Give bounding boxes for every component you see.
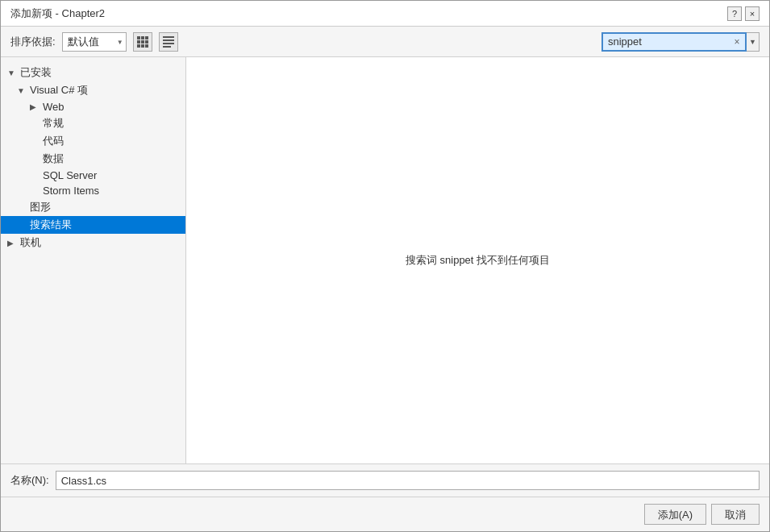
tree-item-installed[interactable]: ▼ 已安装 bbox=[1, 64, 185, 81]
web-label: Web bbox=[43, 101, 65, 113]
expand-code-icon bbox=[30, 137, 40, 146]
toolbar: 排序依据: 默认值 名称 类型 × bbox=[1, 27, 769, 57]
expand-graphics-icon bbox=[17, 203, 27, 212]
action-buttons-bar: 添加(A) 取消 bbox=[1, 497, 769, 531]
tree-item-online[interactable]: ▶ 联机 bbox=[1, 234, 185, 251]
tree-item-graphics[interactable]: 图形 bbox=[1, 198, 185, 216]
data-label: 数据 bbox=[43, 152, 64, 166]
bottom-name-bar: 名称(N): bbox=[1, 463, 769, 497]
tree-item-search-results[interactable]: 搜索结果 bbox=[1, 216, 185, 234]
title-bar-buttons: ? × bbox=[727, 6, 760, 21]
help-button[interactable]: ? bbox=[727, 6, 742, 21]
expand-web-icon: ▶ bbox=[30, 102, 40, 111]
tree-item-web[interactable]: ▶ Web bbox=[1, 99, 185, 114]
code-label: 代码 bbox=[43, 134, 64, 148]
search-clear-button[interactable]: × bbox=[730, 35, 743, 48]
right-panel: 搜索词 snippet 找不到任何项目 bbox=[186, 57, 769, 463]
sql-server-label: SQL Server bbox=[43, 169, 97, 181]
expand-storm-icon bbox=[30, 186, 40, 195]
name-input[interactable] bbox=[56, 471, 760, 490]
list-icon bbox=[163, 36, 174, 48]
expand-installed-icon: ▼ bbox=[7, 69, 17, 77]
tree-item-code[interactable]: 代码 bbox=[1, 132, 185, 150]
search-dropdown-button[interactable]: ▼ bbox=[747, 32, 760, 52]
grid-icon bbox=[137, 36, 148, 48]
tree-item-visual-csharp[interactable]: ▼ Visual C# 项 bbox=[1, 81, 185, 99]
expand-visual-csharp-icon: ▼ bbox=[17, 86, 27, 95]
tree-item-regular[interactable]: 常规 bbox=[1, 114, 185, 132]
expand-sql-icon bbox=[30, 171, 40, 180]
left-panel: ▼ 已安装 ▼ Visual C# 项 ▶ Web 常规 代码 bbox=[1, 57, 186, 463]
expand-regular-icon bbox=[30, 119, 40, 128]
regular-label: 常规 bbox=[43, 116, 64, 131]
storm-items-label: Storm Items bbox=[43, 185, 99, 197]
search-wrapper: × ▼ bbox=[601, 32, 760, 52]
add-button[interactable]: 添加(A) bbox=[644, 504, 706, 525]
online-label: 联机 bbox=[20, 235, 41, 250]
sort-select-wrapper: 默认值 名称 类型 bbox=[62, 32, 127, 52]
add-new-item-dialog: 添加新项 - Chapter2 ? × 排序依据: 默认值 名称 类型 bbox=[0, 0, 770, 532]
name-label: 名称(N): bbox=[10, 473, 49, 488]
visual-csharp-label: Visual C# 项 bbox=[30, 83, 88, 98]
search-input[interactable] bbox=[601, 32, 747, 52]
sort-label: 排序依据: bbox=[10, 35, 56, 49]
expand-online-icon: ▶ bbox=[7, 239, 17, 247]
search-results-label: 搜索结果 bbox=[30, 218, 72, 232]
tree-item-storm-items[interactable]: Storm Items bbox=[1, 183, 185, 198]
cancel-button[interactable]: 取消 bbox=[711, 504, 760, 525]
sort-select[interactable]: 默认值 名称 类型 bbox=[62, 32, 127, 52]
graphics-label: 图形 bbox=[30, 200, 51, 214]
content-area: ▼ 已安装 ▼ Visual C# 项 ▶ Web 常规 代码 bbox=[1, 57, 769, 463]
tree-item-data[interactable]: 数据 bbox=[1, 150, 185, 168]
installed-label: 已安装 bbox=[20, 65, 52, 80]
list-view-button[interactable] bbox=[159, 32, 178, 52]
grid-view-button[interactable] bbox=[133, 32, 152, 52]
tree-item-sql-server[interactable]: SQL Server bbox=[1, 168, 185, 183]
title-bar: 添加新项 - Chapter2 ? × bbox=[1, 1, 769, 27]
expand-data-icon bbox=[30, 155, 40, 164]
close-button[interactable]: × bbox=[745, 6, 760, 21]
expand-search-icon bbox=[17, 221, 27, 230]
dialog-title: 添加新项 - Chapter2 bbox=[10, 6, 105, 21]
no-results-text: 搜索词 snippet 找不到任何项目 bbox=[406, 253, 550, 268]
